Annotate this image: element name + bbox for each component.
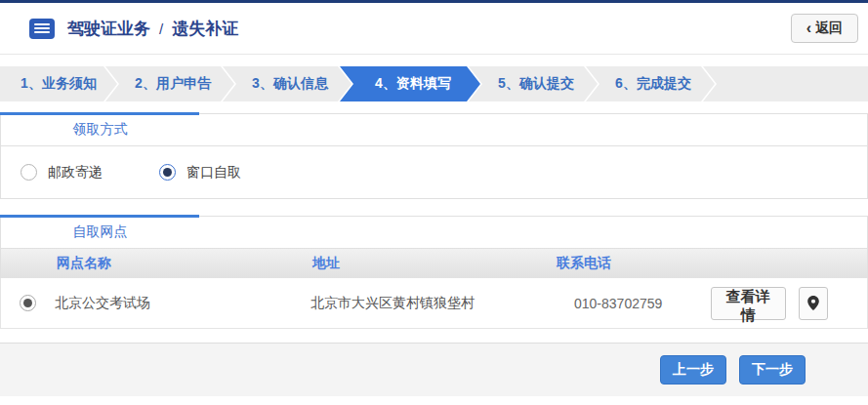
option-window-pickup-label: 窗口自取 [186, 164, 241, 182]
back-button-label: 返回 [815, 20, 843, 37]
outlets-section-header: 自取网点 [0, 216, 868, 249]
option-window-pickup[interactable]: 窗口自取 [159, 164, 241, 182]
option-postal-delivery-label: 邮政寄递 [48, 164, 103, 182]
outlet-actions: 查看详情 [711, 287, 867, 320]
previous-step-button[interactable]: 上一步 [660, 355, 726, 385]
document-list-icon [29, 19, 55, 39]
map-pin-icon [806, 295, 820, 311]
back-button[interactable]: ‹ 返回 [791, 14, 858, 43]
column-address: 地址 [310, 255, 555, 272]
step-3-confirm-info[interactable]: 3、确认信息 [223, 66, 351, 101]
view-details-button[interactable]: 查看详情 [711, 287, 786, 320]
map-location-button[interactable] [799, 287, 828, 320]
outlet-name: 北京公交考试场 [55, 295, 310, 312]
step-4-fill-data[interactable]: 4、资料填写 [340, 66, 480, 101]
pickup-method-title: 领取方式 [1, 121, 199, 139]
tab-accent-line [0, 215, 199, 218]
page-header: 驾驶证业务 / 遗失补证 ‹ 返回 [0, 3, 868, 55]
footer-action-bar: 上一步 下一步 [0, 343, 868, 396]
radio-outlet-select[interactable] [20, 295, 36, 311]
outlets-table-header: 网点名称 地址 联系电话 [0, 249, 868, 278]
tab-accent-line [0, 112, 199, 115]
step-6-complete[interactable]: 6、完成提交 [586, 66, 715, 101]
next-step-button[interactable]: 下一步 [739, 355, 806, 385]
column-outlet-name: 网点名称 [55, 255, 310, 272]
title-separator: / [159, 20, 163, 37]
step-5-confirm-submit[interactable]: 5、确认提交 [469, 66, 598, 101]
outlet-radio-cell [1, 295, 55, 311]
page-title: 驾驶证业务 [67, 18, 150, 40]
step-progress-bar: 1、业务须知 2、用户申告 3、确认信息 4、资料填写 5、确认提交 6、完成提… [0, 66, 868, 101]
radio-window-pickup[interactable] [159, 164, 176, 181]
outlets-title: 自取网点 [1, 223, 199, 241]
radio-postal-delivery[interactable] [21, 164, 37, 181]
step-bar-filler [703, 66, 868, 101]
outlet-phone: 010-83702759 [555, 296, 711, 311]
option-postal-delivery[interactable]: 邮政寄递 [21, 164, 103, 182]
outlet-address: 北京市大兴区黄村镇狼垡村 [310, 295, 555, 312]
column-phone: 联系电话 [555, 255, 711, 272]
step-1-notice[interactable]: 1、业务须知 [0, 66, 117, 101]
pickup-method-options: 邮政寄递 窗口自取 [0, 146, 868, 199]
page-subtitle: 遗失补证 [172, 18, 238, 40]
back-chevron-icon: ‹ [806, 20, 811, 36]
step-2-declaration[interactable]: 2、用户申告 [105, 66, 234, 101]
pickup-method-section-header: 领取方式 [0, 113, 868, 146]
outlet-row: 北京公交考试场 北京市大兴区黄村镇狼垡村 010-83702759 查看详情 [0, 278, 868, 329]
